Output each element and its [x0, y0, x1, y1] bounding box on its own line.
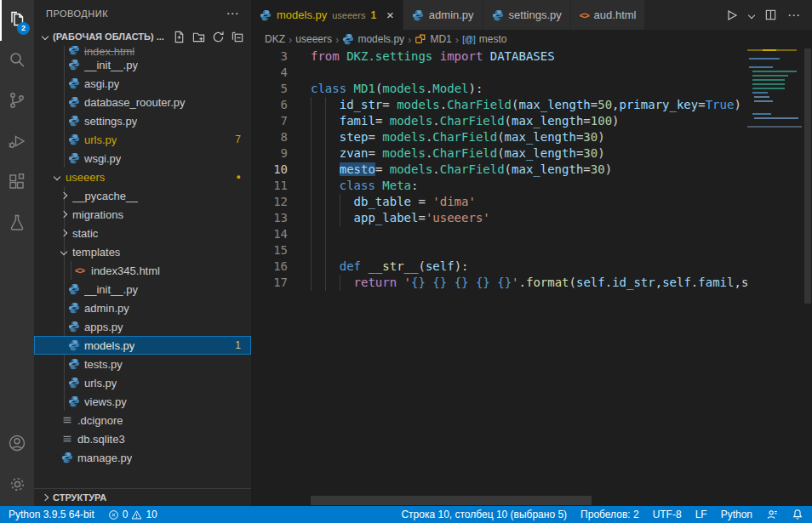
- tree-item-label: migrations: [72, 208, 123, 221]
- horizontal-scrollbar-thumb[interactable]: [311, 496, 592, 505]
- tree-item-dcignore[interactable]: .dcignore: [34, 411, 251, 429]
- breadcrumb-item-mesto[interactable]: [@]mesto: [462, 33, 506, 45]
- tab-admin-py[interactable]: admin.py: [403, 0, 483, 30]
- status-label: UTF-8: [653, 509, 682, 520]
- status-language-mode[interactable]: Python: [721, 509, 752, 520]
- code-editor[interactable]: 3from DKZ.settings import DATABASES45cla…: [251, 48, 812, 506]
- indent-guide: [325, 194, 326, 210]
- tree-item-admin-py[interactable]: admin.py: [34, 298, 251, 317]
- tree-item-label: settings.py: [84, 115, 137, 128]
- gear-icon: [8, 475, 27, 497]
- indent-guide: [325, 129, 326, 145]
- tree-item-tests-py[interactable]: tests.py: [34, 355, 251, 373]
- activity-source-control[interactable]: [0, 82, 34, 122]
- tree-item-apps-py[interactable]: apps.py: [34, 317, 251, 336]
- tree-item-models-py[interactable]: models.py1: [34, 336, 251, 355]
- activity-search[interactable]: [0, 41, 34, 82]
- status-python-interpreter[interactable]: Python 3.9.5 64-bit: [9, 509, 94, 520]
- workspace-section-header[interactable]: (РАБОЧАЯ ОБЛАСТЬ) ...: [34, 27, 251, 46]
- more-actions-button[interactable]: ⋯: [787, 8, 800, 23]
- symbol-class-icon: [415, 33, 426, 45]
- tree-item-label: models.py: [84, 339, 134, 352]
- run-python-file-button[interactable]: [725, 9, 739, 22]
- tree-item-settings-py[interactable]: settings.py: [34, 111, 251, 130]
- minimap[interactable]: [747, 48, 803, 506]
- status-feedback[interactable]: [766, 509, 778, 520]
- split-editor-button[interactable]: [764, 9, 777, 21]
- tree-item-views-py[interactable]: views.py: [34, 392, 251, 411]
- activity-settings[interactable]: [0, 465, 34, 506]
- activity-account[interactable]: [0, 424, 34, 465]
- activity-bar: 2: [0, 0, 34, 506]
- activity-testing[interactable]: [0, 204, 34, 245]
- breadcrumb-item-dkz[interactable]: DKZ: [265, 33, 285, 45]
- vertical-scrollbar[interactable]: [803, 48, 812, 506]
- tree-item-useeers[interactable]: useeers●: [34, 168, 251, 186]
- line-number: 11: [251, 178, 288, 194]
- close-icon[interactable]: ×: [386, 9, 394, 21]
- collapse-all-icon[interactable]: [232, 31, 244, 43]
- tree-item-init-py[interactable]: __init__.py: [34, 280, 251, 298]
- chevron-down-icon: [54, 173, 60, 180]
- tab-aud-html[interactable]: <>aud.html: [571, 0, 646, 30]
- python-icon: [260, 9, 272, 21]
- line-number: 6: [251, 97, 288, 113]
- code-line-content: famil= models.CharField(max_length=100): [311, 113, 620, 129]
- tree-item-db-sqlite3[interactable]: db.sqlite3: [34, 429, 251, 448]
- activity-explorer[interactable]: 2: [0, 0, 34, 41]
- tree-item-init-py[interactable]: __init__.py: [34, 55, 251, 74]
- tree-item-index-html[interactable]: index.html: [34, 46, 251, 55]
- tree-item-asgi-py[interactable]: asgi.py: [34, 74, 251, 93]
- status-eol[interactable]: LF: [695, 509, 707, 520]
- tree-item-migrations[interactable]: migrations: [34, 205, 251, 224]
- indent-guide: [340, 275, 340, 291]
- code-line-content: return '{} {} {} {} {}'.format(self.id_s…: [311, 275, 748, 291]
- status-problems[interactable]: 010: [108, 509, 157, 520]
- activity-run-debug[interactable]: [0, 122, 34, 163]
- line-number: 17: [251, 275, 288, 291]
- tree-item-index345-html[interactable]: <>index345.html: [34, 261, 251, 280]
- tree-item-urls-py[interactable]: urls.py7: [34, 130, 251, 149]
- tree-item-urls-py[interactable]: urls.py: [34, 373, 251, 392]
- explorer-more-icon[interactable]: ⋯: [226, 6, 240, 21]
- new-folder-icon[interactable]: [192, 31, 205, 43]
- feedback-icon: [766, 509, 778, 520]
- vertical-scrollbar-thumb[interactable]: [804, 48, 811, 304]
- run-dropdown-chevron-icon[interactable]: [749, 13, 754, 18]
- line-number: 9: [251, 145, 288, 162]
- status-cursor-position[interactable]: Строка 10, столбец 10 (выбрано 5): [401, 509, 567, 520]
- breadcrumb-item-useeers[interactable]: useeers: [295, 33, 332, 45]
- indent-guide: [311, 275, 312, 291]
- code-line-6: 6 id_str= models.CharField(max_length=50…: [251, 97, 812, 113]
- tree-item-wsgi-py[interactable]: wsgi.py: [34, 149, 251, 168]
- tab-models-py[interactable]: models.pyuseeers1×: [251, 0, 403, 30]
- activity-extensions[interactable]: [0, 163, 34, 204]
- tab-settings-py[interactable]: settings.py: [483, 0, 571, 30]
- status-encoding[interactable]: UTF-8: [653, 509, 682, 520]
- status-indentation[interactable]: Пробелов: 2: [580, 509, 639, 520]
- indent-guide: [311, 226, 312, 242]
- breadcrumb-item-models-py[interactable]: models.py: [342, 33, 404, 45]
- outline-title: СТРУКТУРА: [53, 492, 106, 503]
- tree-item-static[interactable]: static: [34, 224, 251, 242]
- tree-item-manage-py[interactable]: manage.py: [34, 448, 251, 467]
- status-label: Пробелов: 2: [580, 509, 639, 520]
- code-line-17: 17 return '{} {} {} {} {}'.format(self.i…: [251, 275, 812, 291]
- status-notifications[interactable]: [792, 509, 803, 520]
- tree-item-label: urls.py: [84, 377, 117, 389]
- breadcrumb-label: useeers: [295, 33, 332, 45]
- breadcrumb-label: mesto: [479, 33, 507, 45]
- editor-actions: ⋯: [713, 0, 812, 30]
- tree-item-templates[interactable]: templates: [34, 242, 251, 261]
- breadcrumb-item-md1[interactable]: MD1: [415, 33, 451, 45]
- tree-item-pycache[interactable]: __pycache__: [34, 186, 251, 205]
- file-tree: index.html__init__.pyasgi.pydatabase_roo…: [34, 46, 251, 488]
- refresh-icon[interactable]: [212, 31, 225, 43]
- tree-item-label: __pycache__: [72, 190, 138, 202]
- tab-label: admin.py: [429, 9, 474, 21]
- tree-item-database-roouter-py[interactable]: database_roouter.py: [34, 93, 251, 111]
- tree-item-label: templates: [72, 246, 120, 259]
- indent-guide: [311, 259, 312, 275]
- new-file-icon[interactable]: [173, 31, 186, 43]
- outline-section-header[interactable]: СТРУКТУРА: [34, 488, 251, 506]
